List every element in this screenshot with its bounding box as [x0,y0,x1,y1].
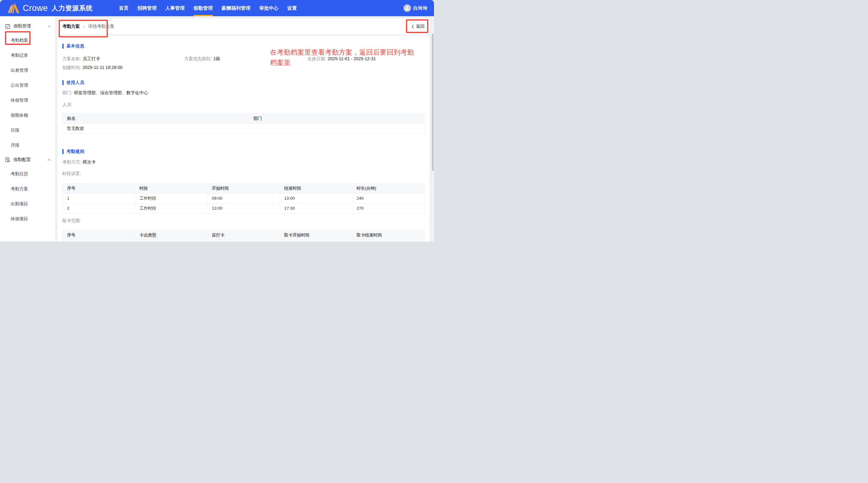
sidebar-item-attendance-project[interactable]: 出勤项目 [0,197,55,211]
cell-start-time: 09:00 [207,194,280,203]
nav-item-settings[interactable]: 设置 [287,0,297,16]
person-label: 人员: [62,102,72,107]
basic-info-row-2: 创建时间:2025-11-11 18:28:00 [62,65,425,71]
attendance-method-value: 两次卡 [83,160,96,165]
chevron-left-icon [411,25,414,29]
cell-duration: 270 [352,203,424,214]
effective-date-value: 2025-11-01 - 2025-12-31 [328,56,376,61]
attendance-method-label: 考勤方式: [62,160,81,165]
period-setting-label: 时段设置: [62,171,81,176]
cell-index: 2 [63,203,135,214]
nav-item-recruitment[interactable]: 招聘管理 [137,0,157,16]
nav-item-home[interactable]: 首页 [119,0,129,16]
app-window: Crowe 人力资源系统 首页 招聘管理 人事管理 假勤管理 薪酬福利管理 审批… [0,0,434,242]
nav-item-compensation[interactable]: 薪酬福利管理 [222,0,251,16]
sidebar-item-leave-balance[interactable]: 假期余额 [0,108,55,123]
department-row: 部门:研发管理部、综合管理部、数字化中心 [62,90,425,96]
sidebar-item-monthly-report[interactable]: 月报 [0,138,55,153]
cell-start-time: 13:00 [207,203,280,214]
card-range-table: 序号 卡点类型 应打卡 取卡开始时间 取卡结束时间 [62,230,425,240]
plan-priority-label: 方案优先级别: [184,56,212,61]
breadcrumb-current-page: 详情考勤方案 [88,24,115,29]
person-row: 人员: [62,102,425,108]
sidebar-item-business-trip[interactable]: 出差管理 [0,63,55,78]
chevron-up-icon [48,25,51,27]
users-table: 姓名 部门 暂无数据 [62,114,425,134]
cell-index: 1 [63,194,135,203]
top-navigation-bar: Crowe 人力资源系统 首页 招聘管理 人事管理 假勤管理 薪酬福利管理 审批… [0,0,434,16]
crowe-logo-icon [7,2,20,14]
sidebar-item-attendance-plan[interactable]: 考勤方案 [0,181,55,197]
period-table-row: 1 工作时段 09:00 13:00 240 [63,194,425,203]
brand-name: Crowe [23,3,48,13]
section-title-basic-info: 基本信息 [62,43,425,49]
cell-end-time: 17:30 [280,203,352,214]
card-table-header-start: 取卡开始时间 [280,231,352,240]
section-title-bar [62,44,64,49]
sidebar-item-attendance-calendar[interactable]: 考勤日历 [0,167,55,181]
nav-item-personnel[interactable]: 人事管理 [165,0,185,16]
plan-name-value: 员工打卡 [83,56,100,61]
sidebar-item-outing-mgmt[interactable]: 公出管理 [0,78,55,93]
sidebar-item-leave-mgmt[interactable]: 休假管理 [0,93,55,108]
cell-end-time: 13:00 [280,194,352,203]
period-setting-row: 时段设置: [62,171,425,177]
plan-name-label: 方案名称: [62,56,81,61]
card-table-header-type: 卡点类型 [135,231,207,240]
cell-duration: 240 [352,194,424,203]
period-table-header-period: 时段 [135,184,207,194]
breadcrumb-bar: 考勤方案 详情考勤方案 返回 [57,19,430,34]
nav-item-approval[interactable]: 审批中心 [259,0,279,16]
effective-date-label: 生效日期: [307,56,326,61]
scrollbar-thumb[interactable] [432,34,434,171]
calendar-check-icon [5,24,10,29]
attendance-method-row: 考勤方式:两次卡 [62,160,425,166]
card-range-label: 取卡范围: [62,218,81,223]
scrollbar-track [432,16,434,242]
user-avatar-icon [403,4,411,12]
sidebar-item-attendance-records[interactable]: 考勤记录 [0,48,55,63]
card-table-header-end: 取卡结束时间 [352,231,424,240]
plan-priority-value: 1级 [213,56,220,61]
user-name: 白玲玲 [413,5,428,11]
section-title-users: 使用人员 [62,80,425,86]
document-search-icon [5,157,10,163]
system-title: 人力资源系统 [52,4,93,12]
plan-detail-card: 基本信息 方案名称:员工打卡 方案优先级别:1级 生效日期:2025-11-01… [57,35,430,242]
chevron-right-icon [83,25,85,28]
sidebar-section-attendance-config[interactable]: 假勤配置 [0,153,55,167]
sidebar-section-label: 假勤管理 [13,23,48,29]
card-table-header-should-punch: 应打卡 [207,231,280,240]
user-menu[interactable]: 白玲玲 [403,4,428,12]
primary-nav: 首页 招聘管理 人事管理 假勤管理 薪酬福利管理 审批中心 设置 [119,0,306,16]
back-button-label: 返回 [416,24,425,29]
card-range-row: 取卡范围: [62,218,425,224]
back-button[interactable]: 返回 [411,23,425,31]
empty-data-text: 暂无数据 [63,123,425,134]
section-title-rules: 考勤规则 [62,148,425,155]
cell-period: 工作时段 [135,203,207,214]
department-value: 研发管理部、综合管理部、数字化中心 [74,90,148,95]
users-table-header-dept: 部门 [249,114,424,123]
create-time-value: 2025-11-11 18:28:00 [83,65,123,70]
sidebar-section-label: 假勤配置 [13,157,48,163]
nav-item-attendance[interactable]: 假勤管理 [194,0,213,16]
users-table-header-name: 姓名 [63,114,249,123]
sidebar: 假勤管理 考勤档案 考勤记录 出差管理 公出管理 休假管理 假期余额 日报 月报 [0,16,56,242]
period-table-header-start: 开始时间 [207,184,280,194]
sidebar-item-leave-project[interactable]: 休假项目 [0,211,55,227]
breadcrumb: 考勤方案 详情考勤方案 [62,24,115,29]
chevron-up-icon [48,159,51,161]
breadcrumb-attendance-plan[interactable]: 考勤方案 [62,24,80,29]
period-table-header-index: 序号 [63,184,135,194]
sidebar-item-attendance-archive[interactable]: 考勤档案 [0,33,55,48]
period-table-header-duration: 时长(分钟) [352,184,424,194]
basic-info-row-1: 方案名称:员工打卡 方案优先级别:1级 生效日期:2025-11-01 - 20… [62,56,425,62]
period-table: 序号 时段 开始时间 结束时间 时长(分钟) 1 工作时段 09:00 13:0… [62,183,425,214]
sidebar-item-daily-report[interactable]: 日报 [0,123,55,138]
period-table-header-end: 结束时间 [280,184,352,194]
users-table-empty-row: 暂无数据 [63,123,425,134]
cell-period: 工作时段 [135,194,207,203]
department-label: 部门: [62,90,72,95]
sidebar-section-attendance-mgmt[interactable]: 假勤管理 [0,19,55,33]
